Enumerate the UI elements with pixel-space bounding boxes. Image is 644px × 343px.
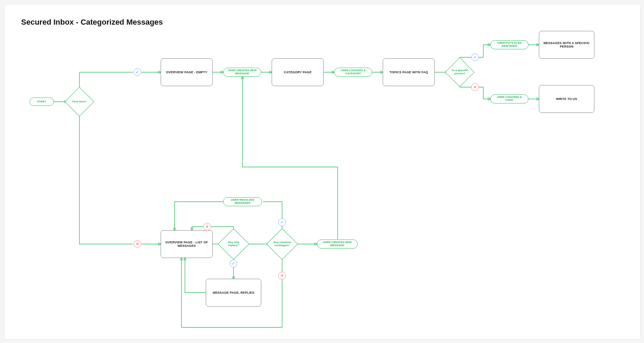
action-user-chooses-category: USER CHOOSES A CATEGORY — [334, 68, 372, 77]
action-user-resolves-messages: USER RESOLVES MESSAGES — [223, 197, 262, 206]
action-user-chooses-topic: USER CHOOSES A TOPIC — [490, 94, 528, 103]
node-messages-specific: MESSAGES WITH A SPECIFIC PERSON — [539, 31, 594, 59]
node-message-page: MESSAGE PAGE, REPLIES — [206, 279, 261, 307]
yes-marker-first-time: ✓ — [134, 68, 141, 76]
yes-marker-resolved: ✓ — [278, 218, 286, 226]
decision-first-time: First time? — [65, 87, 94, 117]
diagram-canvas: Secured Inbox - Categorized Messages — [4, 4, 641, 340]
decision-any-new-replies-label: Any new replies? — [223, 241, 244, 247]
decision-first-time-label: First time? — [69, 100, 90, 103]
decision-to-specific-person: To a specific person? — [445, 58, 475, 87]
no-marker-specific: ✕ — [471, 83, 479, 91]
no-marker-resolved: ✕ — [278, 272, 286, 279]
yes-marker-new-replies: ✓ — [230, 260, 237, 267]
node-category-page: CATEGORY PAGE — [272, 58, 324, 86]
node-write-to-us: WRITE TO US — [539, 85, 594, 113]
action-user-creates-new-1: USER CREATES NEW MESSAGE — [223, 68, 261, 77]
node-overview-empty: OVERVIEW PAGE - EMPTY — [161, 58, 213, 86]
node-start: START — [29, 98, 54, 106]
action-user-puts-identifier: USER PUTS IN AN IDENTIFIER — [490, 40, 528, 49]
yes-marker-specific: ✓ — [471, 53, 479, 61]
diagram-title: Secured Inbox - Categorized Messages — [21, 18, 163, 27]
decision-to-specific-person-label: To a specific person? — [450, 69, 470, 75]
decision-any-new-replies: Any new replies? — [218, 228, 249, 260]
node-topics-page: TOPICS PAGE WITH FAQ — [383, 58, 435, 86]
no-marker-new-replies: ✕ — [203, 223, 211, 231]
node-overview-list: OVERVIEW PAGE - LIST OF MESSAGES — [161, 230, 213, 258]
decision-any-resolved-label: Any resolved messages? — [271, 241, 293, 247]
no-marker-first-time: ✕ — [134, 240, 141, 248]
decision-any-resolved: Any resolved messages? — [266, 228, 298, 260]
action-user-creates-new-2: USER CREATES NEW MESSAGE — [317, 240, 358, 249]
